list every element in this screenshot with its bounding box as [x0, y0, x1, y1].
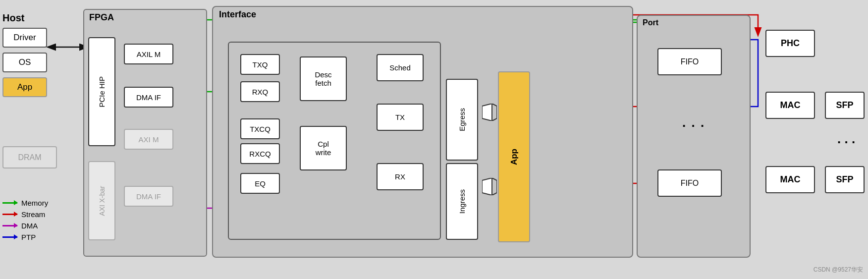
interface-label: Interface — [213, 7, 632, 22]
dots-label: . . . — [682, 115, 705, 130]
inner-border — [228, 42, 441, 240]
pcie-hip-box: PCIe HIP — [88, 37, 115, 146]
driver-box: Driver — [2, 28, 47, 48]
dma-if-bottom-box: DMA IF — [124, 186, 173, 207]
sfp-bottom-box: SFP — [825, 166, 865, 193]
ptp-arrow-icon — [2, 236, 17, 238]
watermark: CSDN @9527华安 — [814, 266, 863, 274]
legend-ptp: PTP — [2, 233, 48, 241]
amp-bottom — [482, 178, 497, 195]
legend-dma-label: DMA — [21, 222, 38, 230]
legend-memory: Memory — [2, 199, 48, 207]
pcie-hip-label: PCIe HIP — [98, 76, 106, 108]
host-section: Host Driver OS App — [2, 12, 79, 102]
port-section: Port FIFO FIFO . . . — [637, 15, 751, 258]
sfp-top-box: SFP — [825, 92, 865, 119]
fifo-bottom-box: FIFO — [657, 169, 722, 197]
svg-line-28 — [492, 104, 497, 106]
stream-arrow-icon — [2, 214, 17, 215]
ingress-box: Ingress — [446, 163, 478, 240]
phc-box: PHC — [765, 30, 815, 57]
svg-line-29 — [492, 118, 497, 121]
axi-m-box: AXI M — [124, 129, 173, 150]
svg-marker-27 — [482, 104, 492, 121]
host-label: Host — [2, 12, 79, 24]
legend: Memory Stream DMA PTP — [2, 199, 48, 244]
ingress-label: Ingress — [458, 189, 466, 214]
app-host-box: App — [2, 77, 47, 97]
axi-xbar-label: AXI X-bar — [98, 186, 106, 216]
egress-box: Egress — [446, 79, 478, 161]
memory-arrow-icon — [2, 202, 17, 204]
fifo-top-box: FIFO — [657, 48, 722, 75]
dma-if-top-box: DMA IF — [124, 87, 173, 108]
svg-line-33 — [492, 193, 497, 195]
mac-top-box: MAC — [765, 92, 815, 119]
axi-xbar-box: AXI X-bar — [88, 161, 115, 240]
svg-marker-31 — [482, 178, 492, 195]
mac-bottom-box: MAC — [765, 166, 815, 193]
legend-ptp-label: PTP — [21, 233, 36, 241]
fpga-section: FPGA PCIe HIP AXIL M DMA IF AXI M AXI X-… — [83, 9, 207, 257]
port-label: Port — [638, 16, 750, 30]
fpga-label: FPGA — [84, 10, 206, 25]
dots-right: . . . — [837, 131, 855, 147]
legend-dma: DMA — [2, 222, 48, 230]
legend-stream-label: Stream — [21, 210, 45, 219]
app-interface-box: App — [498, 71, 530, 242]
os-box: OS — [2, 53, 47, 72]
dram-box: DRAM — [2, 146, 57, 168]
legend-memory-label: Memory — [21, 199, 48, 207]
legend-stream: Stream — [2, 210, 48, 219]
dma-arrow-icon — [2, 225, 17, 226]
svg-line-32 — [492, 178, 497, 180]
amp-top — [482, 104, 497, 121]
axil-m-box: AXIL M — [124, 44, 173, 64]
app-interface-label: App — [509, 149, 519, 165]
diagram-container: Host Driver OS App Memory Stream DMA PTP… — [0, 0, 868, 279]
egress-label: Egress — [458, 108, 466, 131]
interface-section: Interface TXQ RXQ TXCQ RXCQ EQ Descfetch… — [212, 6, 633, 258]
